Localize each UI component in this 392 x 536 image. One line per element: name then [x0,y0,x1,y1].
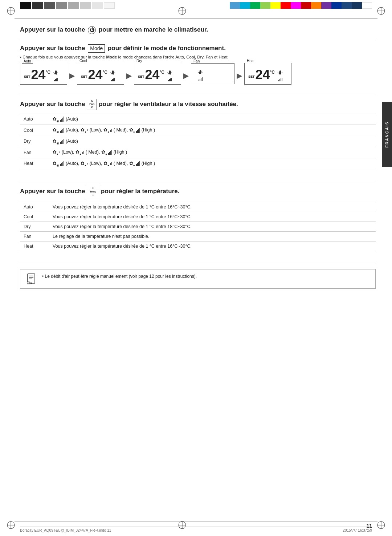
table-row-cool-temp: Cool Vous pouvez régler la température d… [20,212,376,222]
bars-dry [168,78,172,81]
desc-cell-heat-temp: Vous pouvez régler la température désiré… [49,241,376,251]
language-tab-text: FRANÇAIS [385,121,389,148]
black-swatch-6 [80,2,91,9]
mode-button: Mode [88,44,105,53]
display-content-fan [195,66,230,81]
swatch-lime [260,2,270,9]
display-panel-cool: Cool SET 24 °C [77,63,124,85]
desc-cell-cool-temp: Vous pouvez régler la température désiré… [49,212,376,222]
mode-cell-cool-fan: Cool [20,125,49,136]
top-border-line [15,18,377,19]
fan-icon-cool [109,69,117,81]
section-fan: Appuyer sur la touche ∧ Fan ∨ pour régle… [20,99,376,181]
display-panel-auto: Auto SET 24 °C [20,63,67,85]
color-bar-left [20,2,115,9]
bars-auto [54,78,58,81]
temp-cool: 24 [88,68,103,81]
unit-dry: °C [160,70,164,75]
temp-heat: 24 [256,68,270,81]
temp-table: Auto Vous pouvez régler la température d… [20,202,376,251]
swatch-orange [311,2,321,9]
reg-mark-br [377,521,385,529]
fan-icon-dry [166,69,174,81]
speed-cell-heat-fan: ✿◉ (Auto), ✿● (Low), ✿● [49,158,376,169]
fan-speed-table: Auto ✿◉ (Auto) Cool ✿◉ [20,114,376,170]
mode-cell-fan-temp: Fan [20,232,49,241]
swatch-green [250,2,260,9]
swatch-magenta [291,2,301,9]
swatch-navy [331,2,342,9]
panel-label-dry: Dry [136,59,143,63]
table-row-fan-temp: Fan Le réglage de la température n'est p… [20,232,376,241]
note-icon-area: NOTE [25,273,38,285]
swatch-deepblue [352,2,362,9]
bars-heat [278,78,282,81]
note-document-icon: NOTE [27,273,37,285]
swatch-white [362,2,372,9]
temp-button-inner: + Temp − [90,186,96,197]
footer: Boracay EUR_AQ09T&U@_IBIM_32447A_FR-4.in… [20,527,372,532]
fan-button-inner: ∧ Fan ∨ [89,100,94,109]
reg-mark-tr [377,7,385,15]
arrow-1: ▶ [69,71,75,80]
set-label-dry: SET [138,75,144,78]
table-row-heat-temp: Heat Vous pouvez régler la température d… [20,241,376,251]
speed-cell-fan-fan: ✿● (Low), ✿● ( Med), ✿● [49,147,376,158]
table-row-auto-temp: Auto Vous pouvez régler la température d… [20,202,376,212]
display-panel-dry: Dry SET 24 °C [134,63,181,85]
section-temp: Appuyer sur la touche + Temp − pour régl… [20,185,376,263]
display-panel-heat: Heat SET 24 °C [244,63,291,85]
unit-cool: °C [103,70,107,75]
table-row-cool-fan: Cool ✿◉ (Auto), ✿● (Low), ✿● [20,125,376,136]
speed-cell-auto-fan: ✿◉ (Auto) [49,114,376,125]
table-row-fan-fan: Fan ✿● (Low), ✿● ( Med), ✿● [20,147,376,158]
black-swatch-8 [104,2,115,9]
section-mode: Appuyer sur la touche Mode pour définir … [20,44,376,95]
fan-icon-fanmode [196,69,204,81]
temp-button: + Temp − [87,185,99,198]
desc-cell-auto-temp: Vous pouvez régler la température désiré… [49,202,376,212]
swatch-darkred [301,2,311,9]
temp-dry: 24 [145,68,160,81]
desc-cell-fan-temp: Le réglage de la température n'est pas p… [49,232,376,241]
minus-sign: − [92,193,94,197]
mode-cell-auto-fan: Auto [20,114,49,125]
display-content-heat: SET 24 °C [248,65,287,81]
footer-left: Boracay EUR_AQ09T&U@_IBIM_32447A_FR-4.in… [20,528,111,532]
speed-cell-cool-fan: ✿◉ (Auto), ✿● (Low), ✿● [49,125,376,136]
display-content-dry: SET 24 °C [138,65,177,81]
speed-cell-dry-fan: ✿◉ (Auto) [49,136,376,147]
note-text: • Le débit d'air peut être réglé manuell… [42,273,197,280]
fan-button: ∧ Fan ∨ [87,99,97,110]
arrow-2: ▶ [126,71,132,80]
main-content: Appuyer sur la touche ⏻ pour mettre en m… [20,25,376,514]
section2-subtitle: • Chaque fois que vous appuyez sur la to… [20,55,376,59]
black-swatch-4 [56,2,67,9]
set-label-auto: SET [24,75,30,78]
unit-heat: °C [270,70,275,75]
footer-right: 2015/7/7 16:37:59 [343,528,372,532]
reg-mark-tc [178,7,187,15]
section2-heading: Appuyer sur la touche Mode pour définir … [20,44,376,53]
display-content-cool: SET 24 °C [81,65,120,81]
table-row-dry-fan: Dry ✿◉ (Auto) [20,136,376,147]
svg-text:NOTE: NOTE [27,282,33,284]
table-row-auto-fan: Auto ✿◉ (Auto) [20,114,376,125]
panel-label-heat: Heat [246,59,255,63]
mode-cell-dry-fan: Dry [20,136,49,147]
set-label-heat: SET [248,75,255,78]
panel-label-fan: Fan [193,59,200,63]
black-swatch-2 [32,2,43,9]
black-swatch-1 [20,2,31,9]
panel-label-cool: Cool [79,59,88,63]
fan-icon-auto [52,69,60,81]
plus-sign: + [92,186,94,190]
note-box: NOTE • Le débit d'air peut être réglé ma… [20,269,376,289]
language-tab: FRANÇAIS [382,102,392,167]
desc-cell-dry-temp: Vous pouvez régler la température désiré… [49,222,376,232]
swatch-red [281,2,291,9]
color-bar-right [230,2,372,9]
black-swatch-3 [44,2,55,9]
section4-heading: Appuyer sur la touche + Temp − pour régl… [20,185,376,198]
temp-auto: 24 [31,68,46,81]
